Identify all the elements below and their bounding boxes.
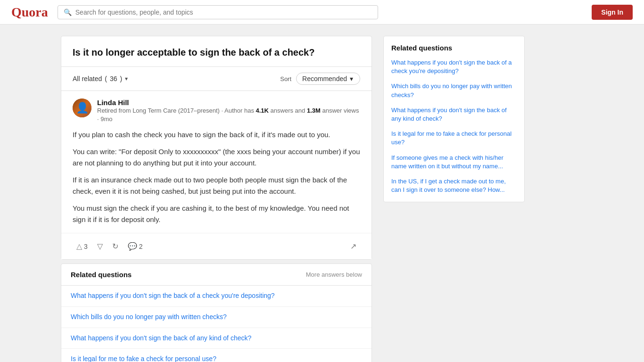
quora-logo[interactable]: Quora xyxy=(11,5,48,20)
related-count: ( xyxy=(105,75,107,82)
sort-area: Sort Recommended ▾ xyxy=(280,73,360,85)
answer-paragraph-1: If you plan to cash the check you have t… xyxy=(73,129,360,140)
answer-paragraph-4: You must sign the check if you are cashi… xyxy=(73,203,360,225)
related-count-num: 36 xyxy=(110,75,117,82)
related-link-0[interactable]: What happens if you don't sign the back … xyxy=(61,286,372,307)
comment-icon: 💬 xyxy=(128,242,137,251)
search-icon: 🔍 xyxy=(64,8,72,16)
sort-chevron-icon: ▾ xyxy=(350,75,353,82)
search-input[interactable] xyxy=(75,8,372,16)
answer-paragraph-2: You can write: "For deposit Only to xxxx… xyxy=(73,146,360,169)
left-column: Is it no longer acceptable to sign the b… xyxy=(61,36,372,362)
related-link-1[interactable]: Which bills do you no longer pay with wr… xyxy=(61,307,372,328)
right-column: Related questions What happens if you do… xyxy=(383,36,525,362)
header: Quora 🔍 Sign In xyxy=(0,0,644,25)
header-right: Sign In xyxy=(592,5,633,20)
comment-count: 2 xyxy=(139,243,143,250)
answer-paragraph-3: If it is an insurance check made out to … xyxy=(73,174,360,197)
main-content: Is it no longer acceptable to sign the b… xyxy=(53,25,591,362)
downvote-button[interactable]: ▽ xyxy=(93,239,107,254)
author-views-count: 1.3M xyxy=(307,107,321,114)
related-paren: ) xyxy=(120,75,123,82)
upvote-button[interactable]: △ 3 xyxy=(73,239,91,254)
sort-value: Recommended xyxy=(302,75,347,82)
author-info: Linda Hill Retired from Long Term Care (… xyxy=(97,99,360,123)
related-questions-inline: Related questions More answers below Wha… xyxy=(61,263,372,362)
answer-card: Linda Hill Retired from Long Term Care (… xyxy=(61,91,372,233)
sidebar-related-link-5[interactable]: In the US, if I get a check made out to … xyxy=(391,177,517,194)
answer-body: If you plan to cash the check you have t… xyxy=(73,129,360,225)
related-sidebar-title: Related questions xyxy=(391,44,517,52)
avatar xyxy=(73,99,91,117)
chevron-down-icon: ▾ xyxy=(125,75,128,82)
avatar-image xyxy=(73,99,91,117)
sidebar-related-link-2[interactable]: What happens if you don't sign the back … xyxy=(391,106,517,123)
search-bar: 🔍 xyxy=(58,5,378,19)
share-icon: ↗ xyxy=(350,242,356,250)
question-title-area: Is it no longer acceptable to sign the b… xyxy=(61,36,372,67)
sidebar-related-link-1[interactable]: Which bills do you no longer pay with wr… xyxy=(391,82,517,99)
sort-label: Sort xyxy=(280,75,291,82)
more-answers-label: More answers below xyxy=(306,271,362,278)
author-name: Linda Hill xyxy=(97,99,360,107)
reshare-button[interactable]: ↻ xyxy=(108,239,122,254)
related-inline-title: Related questions xyxy=(71,271,132,279)
related-sidebar-card: Related questions What happens if you do… xyxy=(383,36,525,202)
downvote-icon: ▽ xyxy=(97,242,103,251)
sidebar-related-link-0[interactable]: What happens if you don't sign the back … xyxy=(391,58,517,75)
author-row: Linda Hill Retired from Long Term Care (… xyxy=(73,99,360,123)
question-title: Is it no longer acceptable to sign the b… xyxy=(73,46,360,59)
all-related-label: All related xyxy=(73,75,102,82)
share-button[interactable]: ↗ xyxy=(347,239,360,254)
author-bio-middle: answers and xyxy=(269,107,307,114)
related-link-2[interactable]: What happens if you don't sign the back … xyxy=(61,328,372,349)
action-bar: △ 3 ▽ ↻ 💬 2 ↗ xyxy=(61,233,372,259)
author-answers-count: 4.1K xyxy=(256,107,269,114)
sign-in-button[interactable]: Sign In xyxy=(592,5,633,20)
upvote-icon: △ xyxy=(76,242,82,251)
author-bio: Retired from Long Term Care (2017–presen… xyxy=(97,107,360,123)
reshare-icon: ↻ xyxy=(112,242,118,251)
comment-button[interactable]: 💬 2 xyxy=(124,239,147,254)
author-bio-prefix: Retired from Long Term Care (2017–presen… xyxy=(97,107,256,114)
question-card: Is it no longer acceptable to sign the b… xyxy=(61,36,372,260)
upvote-count: 3 xyxy=(84,243,88,250)
filter-bar: All related (36) ▾ Sort Recommended ▾ xyxy=(61,67,372,91)
related-link-3[interactable]: Is it legal for me to fake a check for p… xyxy=(61,349,372,362)
sidebar-related-link-4[interactable]: If someone gives me a check with his/her… xyxy=(391,154,517,171)
related-inline-header: Related questions More answers below xyxy=(61,264,372,286)
sidebar-related-link-3[interactable]: Is it legal for me to fake a check for p… xyxy=(391,130,517,147)
sort-dropdown[interactable]: Recommended ▾ xyxy=(296,73,360,85)
all-related-filter[interactable]: All related (36) ▾ xyxy=(73,75,128,82)
